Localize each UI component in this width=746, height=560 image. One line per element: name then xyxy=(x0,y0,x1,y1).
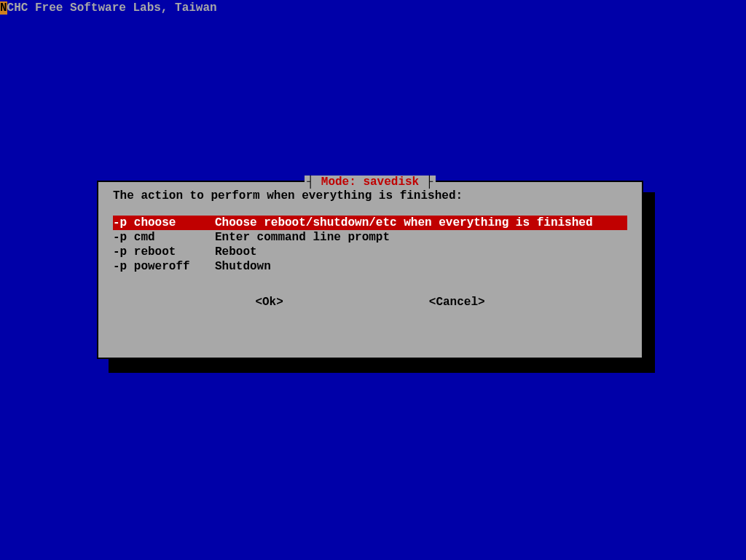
dialog-title-bar: ┤ Mode: savedisk ├ xyxy=(98,176,642,189)
dialog-prompt: The action to perform when everything is… xyxy=(113,189,627,202)
button-row: <Ok> <Cancel> xyxy=(113,296,627,309)
menu-desc: Shutdown xyxy=(215,259,627,274)
header-first-char: N xyxy=(0,1,7,15)
header-text: CHC Free Software Labs, Taiwan xyxy=(7,1,217,15)
menu-flag: -p poweroff xyxy=(113,259,215,274)
ok-button[interactable]: <Ok> xyxy=(255,296,283,309)
dialog-box: ┤ Mode: savedisk ├ The action to perform… xyxy=(97,181,643,359)
menu-flag: -p reboot xyxy=(113,245,215,259)
title-bracket-right: ├ xyxy=(419,176,433,189)
menu-flag: -p choose xyxy=(113,216,215,230)
menu-desc: Choose reboot/shutdown/etc when everythi… xyxy=(215,216,627,230)
menu-list: -p choose Choose reboot/shutdown/etc whe… xyxy=(113,216,627,274)
cancel-button[interactable]: <Cancel> xyxy=(429,296,485,309)
menu-item-choose[interactable]: -p choose Choose reboot/shutdown/etc whe… xyxy=(113,216,627,230)
menu-item-cmd[interactable]: -p cmd Enter command line prompt xyxy=(113,230,627,245)
menu-flag: -p cmd xyxy=(113,230,215,245)
dialog-title-text: Mode: savedisk xyxy=(321,176,419,189)
menu-item-reboot[interactable]: -p reboot Reboot xyxy=(113,245,627,259)
header-bar: NCHC Free Software Labs, Taiwan xyxy=(0,1,217,15)
menu-item-poweroff[interactable]: -p poweroff Shutdown xyxy=(113,259,627,274)
title-bracket-left: ┤ xyxy=(307,176,321,189)
menu-desc: Enter command line prompt xyxy=(215,230,627,245)
menu-desc: Reboot xyxy=(215,245,627,259)
dialog-title: ┤ Mode: savedisk ├ xyxy=(305,176,436,189)
dialog-content: The action to perform when everything is… xyxy=(98,182,642,316)
